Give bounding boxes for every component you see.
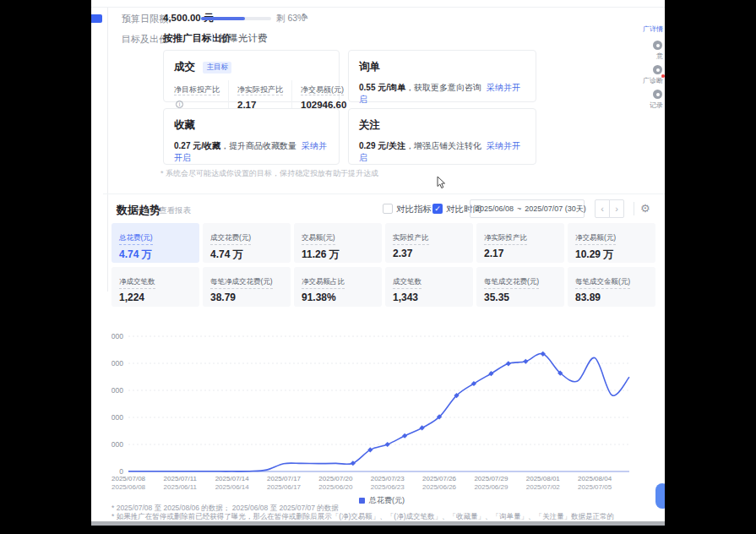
sidebar-item-detail[interactable]: 广详情	[643, 25, 663, 34]
metric-card[interactable]: 交易额(元)11.26 万0.00	[294, 223, 382, 263]
bottom-scrollbar-strip[interactable]	[91, 521, 665, 526]
trend-line-chart: 01,0002,0003,0004,0005,0002025/07/082025…	[111, 326, 665, 495]
compare-time-checkbox[interactable]: ✓	[432, 204, 443, 214]
goal-price: 0.29 元/关注	[359, 141, 405, 150]
clock-icon[interactable]	[653, 90, 662, 99]
bidding-separator	[212, 33, 213, 42]
compare-metric-checkbox[interactable]	[383, 204, 393, 214]
sidebar-item-diagnosis[interactable]: 广诊断	[643, 76, 663, 85]
notification-dot	[661, 74, 665, 78]
goal-card-deal: 成交 主目标 净目标投产比i 2.45 ✎ 净实际投产比 2.17 净交易额(元…	[163, 50, 340, 102]
main-series-line	[128, 353, 629, 471]
metric-card[interactable]: 每笔净成交花费(元)38.790.00	[203, 267, 291, 307]
info-icon[interactable]: i	[176, 101, 183, 108]
m-label: 每笔成交金额(元)	[575, 277, 630, 289]
metric-label: 净实际投产比	[237, 85, 283, 95]
x-tick-label-compare: 2025/07/05	[578, 483, 612, 491]
sidebar-item-creative[interactable]: 意	[656, 52, 663, 61]
m-value: 4.74 万	[119, 248, 192, 262]
m-sub: 0.00	[484, 261, 557, 263]
m-label: 每笔成交花费(元)	[484, 277, 539, 289]
view-report-link[interactable]: 查看报表	[159, 205, 191, 216]
metric-card[interactable]: 成交笔数1,3430	[385, 267, 473, 307]
gear-icon[interactable]: ⚙	[640, 202, 650, 215]
m-sub: 0.00	[393, 261, 465, 263]
m-label: 净交易额(元)	[575, 233, 616, 245]
m-sub: 0.00	[575, 305, 648, 307]
legend-label: 总花费(元)	[369, 496, 405, 504]
data-point-marker[interactable]	[506, 361, 511, 366]
metric-card[interactable]: 净交易额(元)10.29 万0.00	[568, 223, 655, 263]
legend-swatch	[359, 498, 365, 504]
x-tick-label-current: 2025/07/20	[318, 475, 353, 482]
m-label: 实际投产比	[393, 233, 429, 245]
compare-metric-label[interactable]: 对比指标	[396, 204, 432, 215]
metric-label: 净交易额(元)	[301, 85, 344, 95]
x-tick-label-current: 2025/07/17	[267, 475, 302, 482]
x-tick-label-current: 2025/07/14	[215, 475, 250, 482]
x-tick-label-compare: 2025/07/02	[526, 483, 561, 491]
metric-card[interactable]: 每笔成交花费(元)35.350.00	[476, 267, 564, 307]
section-divider	[103, 193, 665, 194]
next-period-button[interactable]: ›	[609, 199, 624, 218]
goal-desc: ，提升商品收藏数量	[220, 141, 296, 150]
goal-desc: ，获取更多意向咨询	[405, 83, 481, 92]
bidding-option-exposure[interactable]: 按曝光计费	[219, 32, 268, 45]
mouse-cursor-icon	[437, 177, 447, 189]
goal-price: 0.27 元/收藏	[174, 141, 220, 150]
x-tick-label-compare: 2025/06/08	[111, 483, 146, 491]
m-sub: 0	[119, 305, 192, 307]
metric-card[interactable]: 实际投产比2.370.00	[385, 223, 473, 263]
x-tick-label-current: 2025/07/11	[164, 475, 198, 482]
main-goal-badge: 主目标	[203, 62, 231, 74]
metric-card[interactable]: 净实际投产比2.170.00	[476, 223, 564, 263]
system-note: * 系统会尽可能达成你设置的目标，保持稳定投放有助于提升达成	[160, 168, 378, 179]
idea-icon[interactable]	[653, 41, 662, 50]
metric-card[interactable]: 成交花费(元)4.74 万0.00	[203, 223, 291, 263]
m-label: 总花费(元)	[119, 233, 153, 245]
data-point-marker[interactable]	[420, 425, 425, 430]
goal-card-title: 收藏	[174, 119, 195, 131]
metric-card[interactable]: 总花费(元)4.74 万0.00	[111, 223, 199, 263]
sidebar-item-active-badge[interactable]	[91, 14, 102, 23]
goal-card-title: 询单	[359, 61, 380, 73]
m-value: 83.89	[575, 292, 648, 303]
metric-card[interactable]: 净成交笔数1,2240	[111, 267, 199, 307]
edit-budget-icon[interactable]: ✎	[302, 12, 308, 21]
date-pager: ‹ ›	[595, 199, 624, 218]
y-tick-label: 1,000	[111, 440, 123, 449]
data-point-marker[interactable]	[351, 460, 356, 466]
date-range-picker[interactable]: 2025/06/08 ~ 2025/07/07 (30天)	[470, 199, 585, 218]
goal-price: 0.55 元/询单	[359, 83, 405, 92]
prev-period-button[interactable]: ‹	[595, 199, 610, 218]
budget-progress-fill	[201, 17, 245, 20]
sidebar-item-history[interactable]: 记录	[650, 101, 663, 110]
floating-feedback-button[interactable]	[655, 483, 665, 509]
top-divider	[91, 7, 665, 8]
m-sub: 0.00	[210, 305, 283, 307]
date-range-separator: ~	[517, 204, 521, 213]
metric-card-grid: 总花费(元)4.74 万0.00成交花费(元)4.74 万0.00交易额(元)1…	[111, 223, 657, 307]
goal-card-title: 关注	[359, 119, 380, 131]
data-point-marker[interactable]	[385, 442, 390, 447]
m-value: 2.37	[393, 248, 465, 259]
y-tick-label: 5,000	[111, 332, 123, 341]
goal-card-follow: 关注 0.29 元/关注，增强店铺关注转化采纳并开启	[348, 108, 536, 165]
date-range-end[interactable]: 2025/07/07 (30天)	[525, 204, 586, 215]
m-sub: 0.00%	[302, 305, 374, 307]
data-point-marker[interactable]	[523, 359, 528, 364]
budget-progress-bar	[201, 17, 271, 20]
x-tick-label-compare: 2025/06/11	[164, 483, 198, 491]
y-tick-label: 3,000	[111, 386, 123, 395]
y-tick-label: 4,000	[111, 359, 123, 368]
goal-card-favorite: 收藏 0.27 元/收藏，提升商品收藏数量采纳并开启	[163, 108, 340, 165]
metric-card[interactable]: 净交易额占比91.38%0.00%	[294, 267, 382, 307]
camera-icon[interactable]	[653, 65, 662, 74]
m-sub: 0	[393, 305, 465, 307]
date-range-start[interactable]: 2025/06/08	[476, 204, 514, 213]
anchor-nav-divider	[107, 8, 108, 292]
m-value: 1,224	[119, 292, 192, 303]
data-point-marker[interactable]	[402, 433, 407, 439]
m-value: 4.74 万	[210, 248, 283, 262]
metric-card[interactable]: 每笔成交金额(元)83.890.00	[568, 267, 655, 307]
